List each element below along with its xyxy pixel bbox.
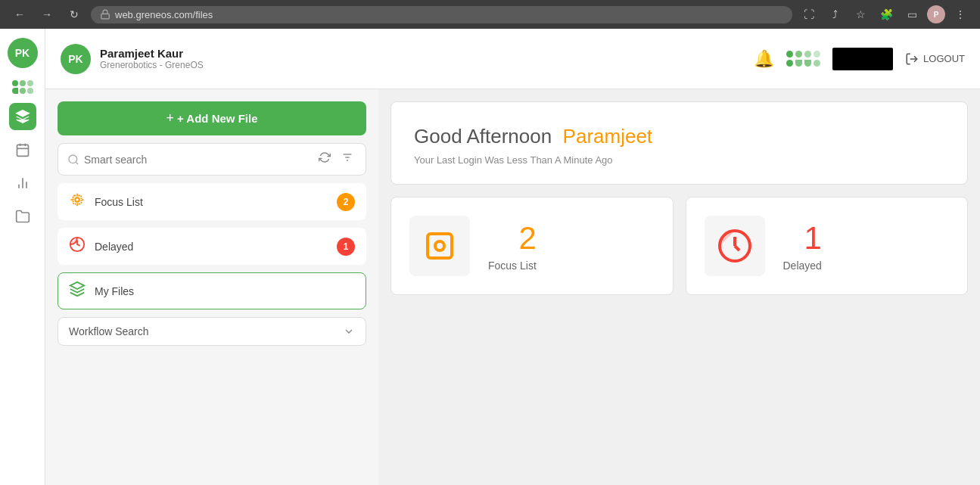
sidebar-item-calendar[interactable] [9, 136, 36, 163]
window-btn[interactable]: ▭ [901, 4, 922, 25]
sidebar-item-chart[interactable] [9, 169, 36, 197]
app-container: PK [0, 29, 980, 485]
top-bar-right: 🔔 [754, 48, 965, 70]
share-btn[interactable]: ⤴ [824, 4, 845, 25]
focus-list-stat-label: Focus List [488, 260, 537, 272]
screenshot-btn[interactable]: ⛶ [798, 4, 820, 25]
profile-icon[interactable]: P [927, 5, 945, 23]
grene-logo-header [786, 51, 820, 67]
grene-logo-rail [12, 80, 33, 94]
user-org: Grenerobotics - GreneOS [100, 60, 204, 70]
sidebar-item-layers[interactable] [9, 103, 36, 130]
delayed-stat-card[interactable]: 1 Delayed [686, 197, 969, 295]
svg-rect-0 [101, 14, 110, 18]
workflow-dropdown[interactable]: Workflow Search [58, 317, 366, 346]
svg-point-17 [435, 241, 444, 250]
delayed-stat-icon [705, 216, 765, 276]
url-text: web.greneos.com/files [115, 9, 213, 20]
search-input[interactable] [84, 154, 311, 166]
delayed-count: 1 [804, 220, 822, 256]
user-name: Paramjeet Kaur [100, 47, 204, 60]
greeting-text: Good Afternoon Paramjeet [414, 125, 944, 148]
logout-button[interactable]: LOGOUT [905, 52, 965, 66]
delayed-label: Delayed [95, 241, 337, 253]
sidebar-item-folder[interactable] [9, 203, 36, 230]
puzzle-btn[interactable]: 🧩 [876, 4, 897, 25]
focus-list-count: 2 [518, 220, 536, 256]
left-panel: + + Add New File [45, 89, 378, 485]
search-bar-container [58, 143, 366, 176]
right-content: Good Afternoon Paramjeet Your Last Login… [378, 89, 980, 485]
filter-icon [341, 151, 353, 163]
chevron-down-icon [343, 325, 355, 337]
greeting-card: Good Afternoon Paramjeet Your Last Login… [390, 101, 968, 185]
svg-line-10 [76, 162, 78, 164]
svg-rect-1 [17, 145, 28, 156]
focus-list-stat-card[interactable]: 2 Focus List [390, 197, 674, 295]
star-btn[interactable]: ☆ [850, 4, 871, 25]
delayed-stat-label: Delayed [783, 260, 822, 272]
user-avatar-small: PK [8, 38, 38, 68]
focus-list-icon [69, 191, 86, 212]
delayed-badge: 1 [337, 238, 355, 256]
logout-icon [905, 52, 919, 66]
focus-list-label: Focus List [95, 196, 337, 208]
svg-point-14 [75, 197, 79, 202]
refresh-button[interactable]: ↻ [64, 4, 85, 25]
forward-button[interactable]: → [36, 4, 58, 25]
menu-btn[interactable]: ⋮ [950, 4, 971, 25]
top-bar: PK Paramjeet Kaur Grenerobotics - GreneO… [45, 29, 980, 89]
delayed-icon [69, 236, 86, 256]
refresh-icon [319, 151, 331, 163]
address-bar[interactable]: web.greneos.com/files [91, 6, 792, 23]
my-files-label: My Files [95, 285, 355, 297]
focus-list-stat-info: 2 Focus List [488, 220, 537, 272]
greeting-name: Paramjeet [563, 125, 653, 148]
focus-list-badge: 2 [337, 193, 355, 211]
workflow-dropdown-label: Workflow Search [69, 325, 149, 337]
greeting-prefix: Good Afternoon [414, 125, 552, 148]
browser-action-bar: ⛶ ⤴ ☆ 🧩 ▭ P ⋮ [798, 4, 971, 25]
delayed-stat-info: 1 Delayed [783, 220, 822, 272]
refresh-search-button[interactable] [316, 150, 334, 169]
user-info: Paramjeet Kaur Grenerobotics - GreneOS [100, 47, 204, 70]
filter-button[interactable] [338, 150, 356, 169]
focus-list-item[interactable]: Focus List 2 [58, 183, 366, 220]
add-file-button[interactable]: + + Add New File [58, 101, 366, 135]
stats-row: 2 Focus List [390, 197, 968, 295]
main-layout: + + Add New File [45, 89, 980, 485]
browser-chrome: ← → ↻ web.greneos.com/files ⛶ ⤴ ☆ 🧩 ▭ P … [0, 0, 980, 29]
svg-point-9 [69, 155, 77, 163]
back-button[interactable]: ← [9, 4, 30, 25]
icon-rail: PK [0, 29, 45, 485]
svg-rect-18 [428, 234, 452, 258]
top-bar-left: PK Paramjeet Kaur Grenerobotics - GreneO… [61, 44, 204, 74]
my-files-item[interactable]: My Files [58, 272, 366, 309]
last-login-text: Your Last Login Was Less Than A Minute A… [414, 154, 944, 166]
my-files-icon [69, 281, 86, 301]
svg-rect-15 [73, 196, 82, 204]
focus-list-stat-icon [409, 216, 470, 276]
delayed-list-item[interactable]: Delayed 1 [58, 228, 366, 265]
notification-bell-icon[interactable]: 🔔 [754, 49, 774, 69]
search-icon [67, 154, 79, 166]
user-avatar: PK [61, 44, 91, 74]
black-box-widget [832, 48, 893, 70]
add-file-plus-icon: + [166, 110, 174, 126]
